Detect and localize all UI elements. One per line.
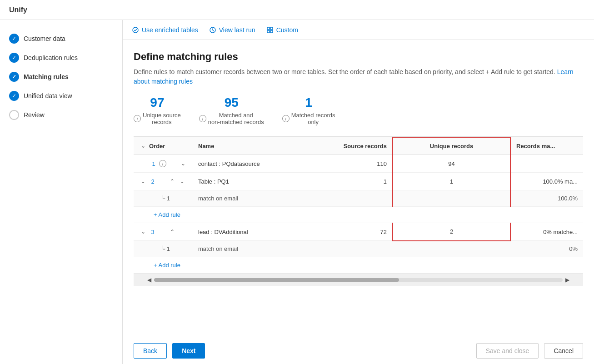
svg-rect-3 — [270, 27, 273, 30]
expand-row3-button[interactable]: ⌄ — [139, 228, 147, 236]
scroll-right-button[interactable]: ▶ — [563, 276, 572, 284]
add-rule-button-1[interactable]: + Add rule — [139, 211, 180, 218]
info-icon-unique-source[interactable]: i — [134, 115, 141, 122]
next-button[interactable]: Next — [172, 343, 205, 359]
move-up-row2[interactable]: ⌃ — [168, 177, 176, 185]
col-header-unique: Unique records — [393, 137, 510, 155]
table-header-row: ⌄ Order Name Source records Unique recor… — [134, 137, 583, 155]
sidebar-item-deduplication-rules[interactable]: ✓ Deduplication rules — [0, 48, 122, 67]
stat-unique-source: 97 i Unique sourcerecords — [134, 95, 181, 125]
table-row-sub: └ 1 match on email 0% — [134, 241, 583, 257]
sidebar-item-customer-data[interactable]: ✓ Customer data — [0, 29, 122, 48]
stat-matched-only-number: 1 — [305, 95, 312, 110]
scrollbar-row: ◀ ▶ — [134, 274, 583, 286]
enriched-icon — [132, 26, 139, 34]
page-title: Define matching rules — [134, 51, 583, 63]
stat-matched-non-matched: 95 i Matched andnon-matched records — [199, 95, 264, 125]
info-icon-matched[interactable]: i — [199, 115, 206, 122]
add-rule-row-1: + Add rule — [134, 207, 583, 223]
move-up-row3[interactable]: ⌃ — [168, 228, 176, 236]
col-header-order: ⌄ Order — [134, 137, 193, 155]
view-last-run-button[interactable]: View last run — [209, 26, 255, 34]
save-close-button[interactable]: Save and close — [476, 343, 539, 359]
table-row: 1 i ⌄ contact : PQdatasource 110 94 — [134, 155, 583, 173]
sidebar-label-customer-data: Customer data — [24, 35, 65, 42]
cancel-button[interactable]: Cancel — [544, 343, 583, 359]
sidebar-item-unified-data-view[interactable]: ✓ Unified data view — [0, 86, 122, 105]
step-circle-customer-data: ✓ — [9, 34, 19, 44]
top-bar: Unify — [0, 0, 594, 20]
stats-row: 97 i Unique sourcerecords 95 i Matched a… — [134, 95, 583, 125]
records-cell-1 — [510, 155, 583, 173]
col-header-records: Records ma... — [510, 137, 583, 155]
app-title: Unify — [9, 6, 27, 14]
back-button[interactable]: Back — [134, 343, 167, 359]
move-down-row2[interactable]: ⌄ — [178, 177, 186, 185]
toolbar: Use enriched tables View last run Custom — [123, 20, 594, 40]
add-rule-button-2[interactable]: + Add rule — [139, 262, 180, 269]
sidebar-label-matching: Matching rules — [24, 73, 69, 80]
name-cell-1: contact : PQdatasource — [193, 155, 320, 173]
source-cell-2: 1 — [320, 173, 393, 190]
expand-row2-button[interactable]: ⌄ — [139, 177, 147, 185]
stat-unique-source-label: Unique sourcerecords — [143, 112, 181, 125]
sidebar-item-review[interactable]: Review — [0, 105, 122, 125]
expand-row1-button[interactable]: ⌄ — [179, 160, 187, 168]
sub-records-cell-1: 100.0% — [510, 190, 583, 207]
table-row: ⌄ 2 ⌃ ⌄ Table : PQ1 1 1 100.0% ma... — [134, 173, 583, 190]
collapse-all-button[interactable]: ⌄ — [139, 142, 147, 150]
step-circle-review — [9, 110, 19, 120]
source-cell-1: 110 — [320, 155, 393, 173]
sidebar-label-review: Review — [24, 111, 45, 119]
step-circle-matching: ✓ — [9, 72, 19, 82]
page-description: Define rules to match customer records b… — [134, 67, 583, 86]
stat-matched-only: 1 i Matched recordsonly — [282, 95, 335, 125]
add-rule-row-2: + Add rule — [134, 257, 583, 274]
scrollbar-track[interactable] — [154, 278, 563, 282]
stat-matched-label: Matched andnon-matched records — [208, 112, 264, 125]
stat-matched-non-matched-number: 95 — [225, 95, 239, 110]
content-area: Use enriched tables View last run Custom — [123, 20, 594, 364]
info-button-row1[interactable]: i — [159, 160, 166, 167]
unique-cell-1: 94 — [393, 155, 510, 173]
name-cell-3: lead : DVAdditional — [193, 223, 320, 241]
step-circle-deduplication: ✓ — [9, 53, 19, 63]
unique-cell-2: 1 — [393, 173, 510, 190]
sub-order-cell-1: └ 1 — [134, 190, 193, 207]
sidebar-item-matching-rules[interactable]: ✓ Matching rules — [0, 67, 122, 86]
col-header-source: Source records — [320, 137, 393, 155]
col-header-name: Name — [193, 137, 320, 155]
svg-rect-5 — [270, 30, 273, 33]
custom-icon — [266, 26, 274, 34]
stat-unique-source-number: 97 — [150, 95, 164, 110]
footer: Back Next Save and close Cancel — [123, 337, 594, 364]
table-row: ⌄ 3 ⌃ lead : DVAdditional 72 2 0% matc — [134, 223, 583, 241]
scroll-left-button[interactable]: ◀ — [145, 276, 154, 284]
info-icon-matched-only[interactable]: i — [282, 115, 290, 122]
records-cell-3: 0% matche... — [510, 223, 583, 241]
sidebar: ✓ Customer data ✓ Deduplication rules ✓ … — [0, 20, 123, 364]
sub-order-cell-2: └ 1 — [134, 241, 193, 257]
records-cell-2: 100.0% ma... — [510, 173, 583, 190]
unique-cell-3: 2 — [393, 223, 510, 241]
name-cell-2: Table : PQ1 — [193, 173, 320, 190]
table-row-sub: └ 1 match on email 100.0% — [134, 190, 583, 207]
source-cell-3: 72 — [320, 223, 393, 241]
main-layout: ✓ Customer data ✓ Deduplication rules ✓ … — [0, 20, 594, 364]
order-cell-3: ⌄ 3 ⌃ — [134, 223, 193, 241]
table-container: ⌄ Order Name Source records Unique recor… — [134, 136, 583, 274]
sub-records-cell-2: 0% — [510, 241, 583, 257]
order-cell-1: 1 i ⌄ — [134, 155, 193, 173]
data-table: ⌄ Order Name Source records Unique recor… — [134, 137, 583, 274]
sidebar-label-unified: Unified data view — [24, 92, 72, 100]
custom-button[interactable]: Custom — [266, 26, 298, 34]
scrollbar-thumb — [154, 278, 399, 282]
page-content: Define matching rules Define rules to ma… — [123, 40, 594, 337]
use-enriched-tables-button[interactable]: Use enriched tables — [132, 26, 198, 34]
sidebar-label-deduplication: Deduplication rules — [24, 54, 78, 61]
sub-name-cell-2: match on email — [193, 241, 320, 257]
order-cell-2: ⌄ 2 ⌃ ⌄ — [134, 173, 193, 190]
sub-name-cell-1: match on email — [193, 190, 320, 207]
svg-rect-4 — [267, 30, 270, 33]
clock-icon — [209, 26, 216, 34]
